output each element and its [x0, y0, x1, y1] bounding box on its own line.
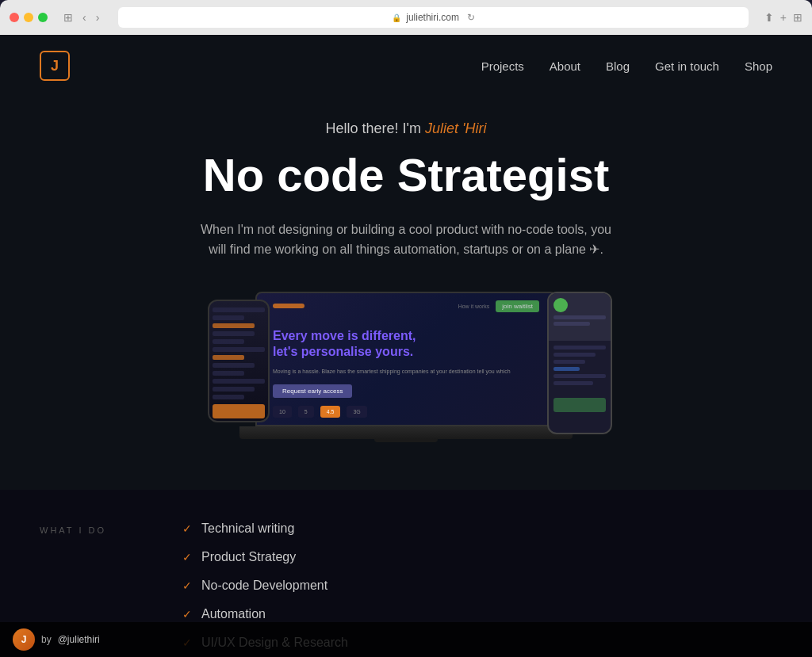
detail-line-5 — [553, 381, 593, 385]
maximize-button[interactable] — [38, 13, 48, 22]
skill-label-4: Automation — [201, 607, 266, 621]
new-tab-icon[interactable]: + — [780, 11, 787, 24]
by-label: by — [41, 634, 52, 645]
stat-1: 10 — [273, 406, 292, 418]
phone-row-4 — [213, 339, 244, 344]
avatar: J — [13, 628, 35, 651]
headline-part3: yours. — [372, 345, 413, 358]
traffic-lights — [10, 13, 48, 22]
check-icon-4: ✓ — [182, 608, 192, 621]
close-button[interactable] — [10, 13, 19, 22]
phone-row-2 — [213, 315, 244, 320]
nav-projects[interactable]: Projects — [481, 59, 524, 73]
lock-icon: 🔒 — [392, 13, 401, 22]
main-nav: J Projects About Blog Get in touch Shop — [0, 35, 812, 97]
tabs-icon[interactable]: ⊞ — [793, 11, 802, 24]
website-content: J Projects About Blog Get in touch Shop … — [0, 35, 812, 657]
phone-mockup-right — [547, 292, 612, 434]
screen-logo — [273, 304, 304, 308]
screen-nav-links: How it works join waitlist — [458, 300, 539, 312]
browser-chrome: ⊞ ‹ › 🔒 juliethiri.com ↻ ⬆ + ⊞ — [0, 0, 812, 35]
phone-mockup-left — [208, 300, 270, 422]
forward-button[interactable]: › — [93, 10, 103, 25]
screen-action-btn: Request early access — [273, 384, 352, 398]
hero-description: When I'm not designing or building a coo… — [200, 220, 612, 260]
detail-line-4 — [553, 374, 606, 378]
skill-item-1: ✓ Technical writing — [182, 521, 348, 536]
detail-line-2 — [553, 353, 596, 357]
phone-right-cta — [553, 398, 606, 412]
bottom-bar: J by @juliethiri — [0, 622, 812, 657]
stat-3: 4.5 — [320, 406, 341, 418]
check-icon-1: ✓ — [182, 522, 192, 535]
screen-subtext: Moving is a hassle. Blaze has the smarte… — [273, 369, 539, 374]
back-button[interactable]: ‹ — [79, 10, 90, 25]
detail-line-3 — [553, 360, 585, 364]
headline-part1: Every move is different, — [273, 329, 416, 342]
hero-image-container: How it works join waitlist Every move is… — [200, 292, 612, 466]
browser-controls: ⊞ ‹ › — [60, 10, 102, 25]
skill-item-3: ✓ No-code Development — [182, 579, 348, 593]
sidebar-toggle[interactable]: ⊞ — [60, 10, 76, 25]
url-text: juliethiri.com — [406, 12, 459, 23]
nav-contact[interactable]: Get in touch — [655, 59, 719, 73]
hello-text: Hello there! I'm Juliet 'Hiri — [16, 120, 796, 137]
site-logo[interactable]: J — [40, 51, 70, 81]
screen-nav: How it works join waitlist — [273, 300, 539, 312]
phone-row-1 — [213, 307, 265, 312]
author-name: Juliet 'Hiri — [425, 120, 486, 136]
screen-stats: 10 5 4.5 3G — [273, 406, 539, 418]
section-label: WHAT I DO — [40, 525, 119, 535]
skill-item-2: ✓ Product Strategy — [182, 550, 348, 564]
nav-blog[interactable]: Blog — [606, 59, 630, 73]
phone-right-line-2 — [553, 322, 590, 326]
skill-item-4: ✓ Automation — [182, 607, 348, 621]
phone-left-screen — [209, 301, 268, 422]
browser-actions: ⬆ + ⊞ — [764, 11, 802, 24]
minimize-button[interactable] — [24, 13, 33, 22]
check-icon-3: ✓ — [182, 579, 192, 592]
hello-prefix: Hello there! I'm — [326, 120, 425, 136]
username[interactable]: @juliethiri — [58, 634, 100, 645]
nav-about[interactable]: About — [550, 59, 580, 73]
phone-row-10 — [213, 387, 255, 392]
phone-row-3 — [213, 331, 255, 336]
phone-row-11 — [213, 395, 244, 399]
headline-part2: let's — [273, 345, 301, 358]
phone-row-8 — [213, 371, 244, 376]
hero-section: Hello there! I'm Juliet 'Hiri No code St… — [0, 97, 812, 482]
stat-4: 3G — [347, 406, 366, 418]
phone-right-avatar — [553, 298, 568, 312]
check-icon-2: ✓ — [182, 551, 192, 563]
laptop-screen: How it works join waitlist Every move is… — [255, 292, 557, 426]
headline-highlight: personalise — [301, 345, 372, 358]
detail-line-blue — [553, 367, 580, 371]
phone-right-line-1 — [553, 315, 606, 319]
refresh-icon[interactable]: ↻ — [467, 12, 475, 23]
nav-shop[interactable]: Shop — [745, 59, 772, 73]
phone-right-top — [549, 293, 611, 341]
laptop-screen-content: How it works join waitlist Every move is… — [257, 292, 555, 426]
hero-title: No code Strategist — [16, 150, 796, 201]
stat-2: 5 — [298, 406, 314, 418]
screen-headline: Every move is different, let's personali… — [273, 328, 539, 361]
screen-nav-text: How it works — [458, 304, 490, 309]
nav-links: Projects About Blog Get in touch Shop — [481, 59, 772, 73]
laptop-base — [239, 426, 573, 439]
phone-right-lines — [549, 341, 611, 393]
phone-row-7 — [213, 363, 255, 368]
skill-label-1: Technical writing — [201, 521, 294, 536]
detail-line-1 — [553, 346, 606, 350]
skill-label-2: Product Strategy — [201, 550, 296, 564]
laptop-mockup: How it works join waitlist Every move is… — [232, 292, 580, 450]
phone-row-6 — [213, 355, 244, 360]
phone-row-5 — [213, 347, 265, 352]
share-icon[interactable]: ⬆ — [764, 11, 774, 24]
phone-cta-btn — [213, 404, 265, 418]
address-bar[interactable]: 🔒 juliethiri.com ↻ — [118, 7, 748, 28]
screen-join-btn: join waitlist — [496, 300, 539, 312]
phone-row-9 — [213, 379, 265, 384]
skill-label-3: No-code Development — [201, 579, 327, 593]
phone-row-highlight — [213, 323, 255, 328]
